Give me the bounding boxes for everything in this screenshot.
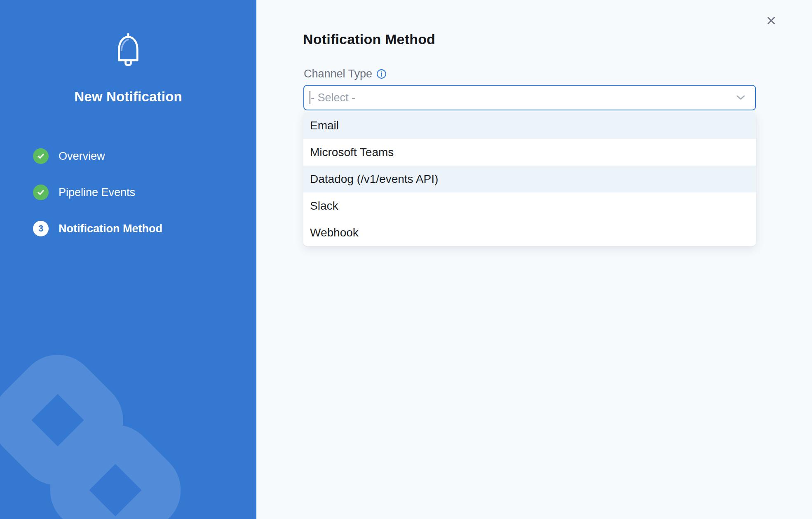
step-done-badge xyxy=(33,185,49,200)
step-pipeline-events[interactable]: Pipeline Events xyxy=(33,185,162,200)
step-notification-method[interactable]: 3 Notification Method xyxy=(33,221,162,236)
wizard-title: New Notification xyxy=(0,89,256,105)
option-label: Email xyxy=(310,119,339,132)
option-label: Microsoft Teams xyxy=(310,146,394,159)
step-number-badge: 3 xyxy=(33,221,49,236)
select-placeholder: - Select - xyxy=(311,91,355,104)
option-webhook[interactable]: Webhook xyxy=(303,219,756,246)
option-label: Datadog (/v1/events API) xyxy=(310,173,438,186)
option-label: Slack xyxy=(310,199,338,213)
option-slack[interactable]: Slack xyxy=(303,192,756,219)
info-icon[interactable] xyxy=(376,69,387,79)
option-microsoft-teams[interactable]: Microsoft Teams xyxy=(303,139,756,166)
close-button[interactable] xyxy=(762,12,780,30)
step-done-badge xyxy=(33,148,49,164)
chevron-down-icon xyxy=(736,95,745,101)
option-datadog[interactable]: Datadog (/v1/events API) xyxy=(303,166,756,192)
step-label: Overview xyxy=(59,150,105,163)
channel-type-dropdown: Email Microsoft Teams Datadog (/v1/event… xyxy=(303,112,756,246)
channel-type-select[interactable]: - Select - xyxy=(303,85,756,110)
text-caret xyxy=(310,91,310,104)
bell-icon xyxy=(114,33,143,68)
channel-type-label: Channel Type xyxy=(304,68,372,80)
page-title: Notification Method xyxy=(303,31,435,47)
step-label: Notification Method xyxy=(59,222,162,235)
logo-watermark xyxy=(0,0,256,519)
close-icon xyxy=(766,16,776,26)
check-icon xyxy=(36,188,45,197)
step-label: Pipeline Events xyxy=(59,186,135,199)
step-overview[interactable]: Overview xyxy=(33,148,162,164)
check-icon xyxy=(36,152,45,161)
notification-method-panel: Notification Method Channel Type - Selec… xyxy=(256,0,812,519)
option-label: Webhook xyxy=(310,226,359,239)
wizard-steps: Overview Pipeline Events 3 Notification … xyxy=(33,148,162,257)
wizard-sidebar: New Notification Overview Pipeline Event… xyxy=(0,0,256,519)
channel-type-label-row: Channel Type xyxy=(304,68,387,80)
option-email[interactable]: Email xyxy=(303,112,756,139)
